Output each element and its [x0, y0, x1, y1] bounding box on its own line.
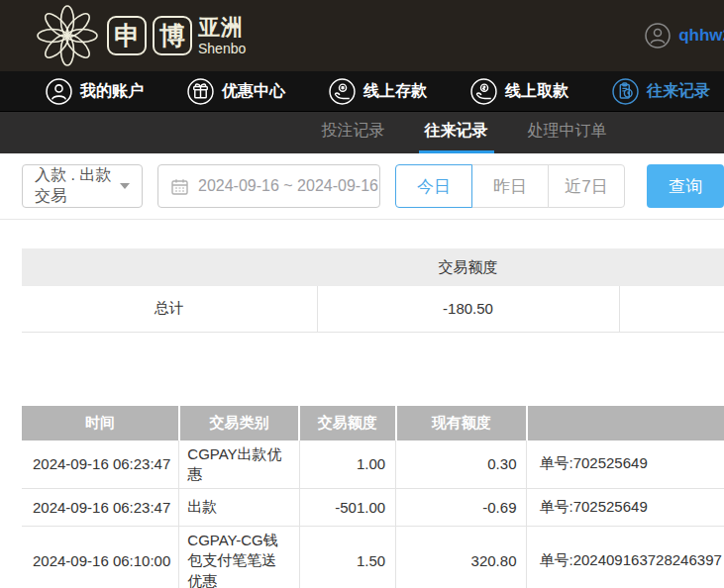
- col-header-time: 时间: [22, 406, 179, 441]
- tab-betting-records[interactable]: 投注记录: [316, 112, 391, 153]
- summary-total-label: 总计: [22, 286, 317, 332]
- cell-type: 出款: [179, 489, 299, 527]
- user-icon: [46, 78, 72, 105]
- logo-characters: 申 博: [107, 16, 192, 55]
- nav-label: 优惠中心: [222, 81, 285, 102]
- top-header: 申 博 亚洲 Shenbo qhhw2: [0, 0, 724, 71]
- cell-time: 2024-09-16 06:23:47: [22, 441, 179, 489]
- deposit-icon: [329, 78, 356, 105]
- cell-balance: 320.80: [396, 527, 527, 588]
- cell-amount: 1.50: [299, 527, 396, 588]
- nav-label: 我的账户: [80, 81, 144, 102]
- table-row: 2024-09-16 06:23:47 CGPAY出款优惠 1.00 0.30 …: [22, 441, 724, 489]
- records-header-row: 时间 交易类别 交易额度 现有额度 摘要: [22, 406, 724, 441]
- main-nav: 我的账户 优惠中心 线上存款: [0, 71, 724, 112]
- quick-date-group: 今日 昨日 近7日: [395, 164, 625, 208]
- today-button[interactable]: 今日: [395, 164, 472, 208]
- logo-char-bo: 博: [153, 16, 192, 55]
- nav-item-deposit[interactable]: 线上存款: [329, 78, 427, 105]
- cell-amount: -501.00: [299, 489, 396, 527]
- nav-item-promotions[interactable]: 优惠中心: [187, 78, 285, 105]
- summary-total-value: -180.50: [317, 286, 619, 332]
- summary-table: 交易额度 总计 -180.50: [22, 248, 724, 333]
- summary-header-empty2: [619, 248, 724, 286]
- nav-item-records[interactable]: 往来记录: [612, 78, 710, 105]
- col-header-summary: 摘要: [527, 406, 724, 441]
- account-area: qhhw2: [645, 0, 724, 71]
- nav-label: 线上存款: [363, 81, 427, 102]
- table-row: 2024-09-16 06:23:47 出款 -501.00 -0.69 单号:…: [22, 489, 724, 527]
- summary-header-row: 交易额度: [22, 248, 724, 286]
- page: 申 博 亚洲 Shenbo qhhw2: [0, 0, 724, 588]
- col-header-balance: 现有额度: [396, 406, 527, 441]
- username-link[interactable]: qhhw2: [678, 26, 724, 46]
- records-icon: [612, 78, 639, 105]
- chevron-down-icon: [120, 183, 130, 189]
- search-button[interactable]: 查询: [647, 164, 724, 208]
- nav-label: 线上取款: [505, 81, 569, 102]
- col-header-type: 交易类别: [179, 406, 299, 441]
- records-table: 时间 交易类别 交易额度 现有额度 摘要 2024-09-16 06:23:47…: [22, 406, 724, 588]
- summary-header-amount: 交易额度: [317, 248, 619, 286]
- cell-summary: 单号:702525649: [527, 489, 724, 527]
- gift-icon: [187, 78, 214, 105]
- date-range-input[interactable]: 2024-09-16 ~ 2024-09-16: [157, 164, 380, 208]
- cell-type: CGPAY出款优惠: [179, 441, 299, 489]
- sub-nav: 投注记录 往来记录 处理中订单: [0, 112, 724, 153]
- calendar-icon: [170, 177, 189, 196]
- date-range-value: 2024-09-16 ~ 2024-09-16: [198, 177, 378, 195]
- last7days-button[interactable]: 近7日: [548, 164, 625, 208]
- cell-balance: 0.30: [396, 441, 527, 489]
- logo-subtitle: Shenbo: [198, 42, 246, 55]
- summary-header-empty: [22, 248, 317, 286]
- cell-summary: 单号:202409163728246397: [527, 527, 724, 588]
- logo-region-block: 亚洲 Shenbo: [198, 17, 246, 55]
- cell-summary: 单号:702525649: [527, 441, 724, 489]
- nav-item-withdraw[interactable]: 线上取款: [470, 78, 569, 105]
- summary-total-empty: [619, 286, 724, 332]
- col-header-amount: 交易额度: [299, 406, 396, 441]
- divider: [0, 219, 724, 220]
- cell-balance: -0.69: [396, 489, 527, 527]
- nav-label: 往来记录: [647, 81, 710, 102]
- cell-time: 2024-09-16 06:23:47: [22, 489, 179, 527]
- logo-char-shen: 申: [107, 16, 147, 55]
- tab-processing-orders[interactable]: 处理中订单: [522, 112, 613, 153]
- table-row: 2024-09-16 06:10:00 CGPAY-CG钱包支付笔笔送优惠 1.…: [22, 527, 724, 588]
- flower-logo-icon: [36, 4, 99, 67]
- filter-row: 入款 . 出款交易 2024-09-16 ~ 2024-09-16 今日 昨日 …: [22, 164, 724, 208]
- withdraw-icon: [470, 78, 497, 105]
- transaction-type-value: 入款 . 出款交易: [35, 165, 120, 207]
- transaction-type-select[interactable]: 入款 . 出款交易: [22, 164, 143, 208]
- cell-amount: 1.00: [299, 441, 396, 489]
- nav-item-my-account[interactable]: 我的账户: [46, 78, 144, 105]
- cell-time: 2024-09-16 06:10:00: [22, 527, 179, 588]
- summary-total-row: 总计 -180.50: [22, 286, 724, 332]
- yesterday-button[interactable]: 昨日: [471, 164, 549, 208]
- tab-transaction-records[interactable]: 往来记录: [419, 112, 494, 153]
- avatar-icon: [645, 23, 671, 49]
- logo-region-text: 亚洲: [198, 17, 246, 39]
- cell-type: CGPAY-CG钱包支付笔笔送优惠: [179, 527, 299, 588]
- brand-logo[interactable]: 申 博 亚洲 Shenbo: [36, 4, 246, 67]
